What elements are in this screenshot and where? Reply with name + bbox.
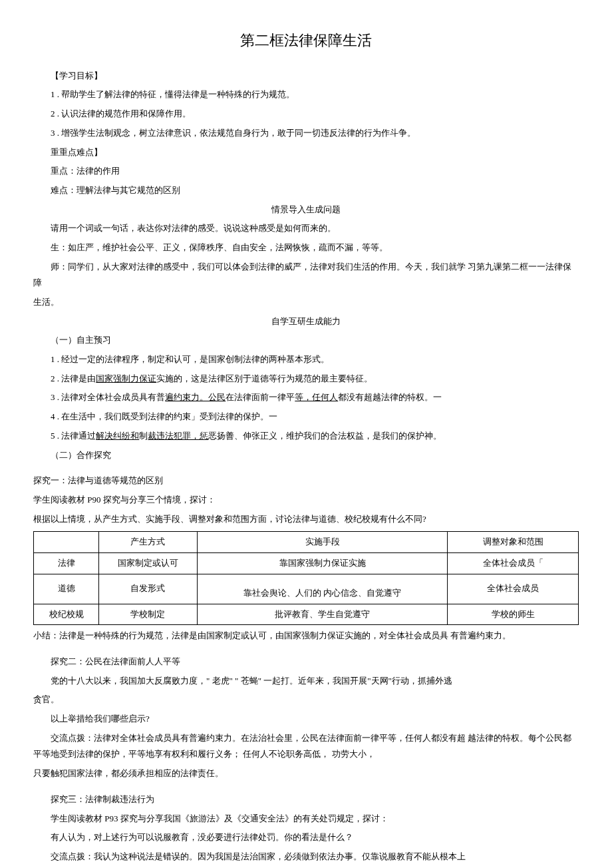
scene-text: 请用一个词或一句话，表达你对法律的感受。说说这种感受是如何而来的。 xyxy=(33,220,579,237)
inquiry-text: 以上举措给我们哪些启示? xyxy=(33,711,579,728)
underlined-text: 遍约束力。公民 xyxy=(165,392,226,402)
text-run: 5 . 法律通过 xyxy=(51,431,96,441)
inquiry-text: 学生阅读教材 P90 探究与分享三个情境，探讨： xyxy=(33,492,579,509)
table-row: 产生方式 实施手段 调整对象和范围 xyxy=(34,532,579,553)
comparison-table: 产生方式 实施手段 调整对象和范围 法律 国家制定或认可 靠国家强制力保证实施 … xyxy=(33,531,579,625)
inquiry-text: 根据以上情境，从产生方式、实施手段、调整对象和范围方面，讨论法律与道德、校纪校规… xyxy=(33,511,579,528)
table-cell: 道德 xyxy=(34,574,99,604)
scene-text: 生：如庄严，维护社会公平、正义，保障秩序、自由安全，法网恢恢，疏而不漏，等等。 xyxy=(33,240,579,256)
subsection-heading: （一）自主预习 xyxy=(33,332,579,349)
table-header: 产生方式 xyxy=(99,532,197,553)
table-cell: 靠社会舆论、人们的 内心信念、自觉遵守 xyxy=(197,574,448,604)
inquiry-heading: 探究三：法律制裁违法行为 xyxy=(33,791,579,808)
text-run: 在法律面前一律平 xyxy=(226,392,295,402)
table-cell: 学校制定 xyxy=(99,604,197,625)
inquiry-heading: 探究二：公民在法律面前人人平等 xyxy=(33,654,579,670)
table-cell: 自发形式 xyxy=(99,574,197,604)
table-cell: 全体社会成员「 xyxy=(448,552,579,574)
text-run: 制 xyxy=(139,431,148,441)
text-run: 都没有超越法律的特权。一 xyxy=(338,392,442,402)
table-cell: 靠国家强制力保证实施 xyxy=(197,552,448,574)
table-cell: 批评教育、学生自觉遵守 xyxy=(197,604,448,625)
table-cell: 校纪校规 xyxy=(34,604,99,625)
underlined-text: 国家强制力保证 xyxy=(96,373,156,383)
selfstudy-item: 5 . 法律通过解决纠纷和制裁违法犯罪，惩恶扬善、伸张正义，维护我们的合法权益，… xyxy=(33,428,579,445)
subsection-heading: （二）合作探究 xyxy=(33,447,579,464)
text-run: 2 . 法律是由 xyxy=(51,373,96,383)
scene-text: 生活。 xyxy=(33,294,579,311)
table-row: 法律 国家制定或认可 靠国家强制力保证实施 全体社会成员「 xyxy=(34,552,579,574)
scene-heading: 情景导入生成问题 xyxy=(33,202,579,218)
table-row: 校纪校规 学校制定 批评教育、学生自觉遵守 学校的师生 xyxy=(34,604,579,625)
objective-item: 3 . 增强学生法制观念，树立法律意识，依法规范自身行为，敢于同一切违反法律的行… xyxy=(33,125,579,142)
table-cell: 全体社会成员 xyxy=(448,574,579,604)
objective-item: 2 . 认识法律的规范作用和保障作用。 xyxy=(33,106,579,122)
selfstudy-item: 2 . 法律是由国家强制力保证实施的，这是法律区别于道德等行为规范的最主要特征。 xyxy=(33,371,579,387)
inquiry-text: 交流点拨：我认为这种说法是错误的。因为我国是法治国家，必须做到依法办事。仅靠说服… xyxy=(33,849,579,865)
inquiry-heading: 探究一：法律与道德等规范的区别 xyxy=(33,473,579,489)
scene-text: 师：同学们，从大家对法律的感受中，我们可以体会到法律的威严，法律对我们生活的作用… xyxy=(33,259,579,292)
table-header: 实施手段 xyxy=(197,532,448,553)
underlined-text: 解决纠纷和 xyxy=(96,431,139,441)
objective-item: 1 . 帮助学生了解法律的特征，懂得法律是一种特殊的行为规范。 xyxy=(33,87,579,103)
text-run: 恶扬善、伸张正义，维护我们的合法权益，是我们的保护神。 xyxy=(208,431,442,441)
table-header: 调整对象和范围 xyxy=(448,532,579,553)
key-point: 重点：法律的作用 xyxy=(33,163,579,180)
inquiry-text: 只要触犯国家法律，都必须承担相应的法律责任。 xyxy=(33,765,579,782)
difficult-point: 难点：理解法律与其它规范的区别 xyxy=(33,182,579,199)
inquiry-text: 交流点拨：法律对全体社会成员具有普遍约束力。在法治社会里，公民在法律面前一律平等… xyxy=(33,730,579,763)
inquiry-text: 贪官。 xyxy=(33,692,579,708)
table-cell: 学校的师生 xyxy=(448,604,579,625)
underlined-text: 裁违法犯罪，惩 xyxy=(148,431,208,441)
selfstudy-item: 3 . 法律对全体社会成员具有普遍约束力。公民在法律面前一律平等，任何人都没有超… xyxy=(33,389,579,406)
inquiry-text: 学生阅读教材 P93 探究与分享我国《旅游法》及《交通安全法》的有关处罚规定，探… xyxy=(33,811,579,827)
table-cell: 国家制定或认可 xyxy=(99,552,197,574)
text-run: 3 . 法律对全体社会成员具有普 xyxy=(51,392,165,402)
selfstudy-item: 1 . 经过一定的法律程序，制定和认可，是国家创制法律的两种基本形式。 xyxy=(33,351,579,368)
page-title: 第二框法律保障生活 xyxy=(33,27,579,55)
table-header xyxy=(34,532,99,553)
key-difficult-heading: 重重点难点】 xyxy=(33,144,579,161)
table-row: 道德 自发形式 靠社会舆论、人们的 内心信念、自觉遵守 全体社会成员 xyxy=(34,574,579,604)
underlined-text: 等，任何人 xyxy=(295,392,338,402)
objectives-heading: 【学习目标】 xyxy=(33,68,579,85)
inquiry-text: 党的十八大以来，我国加大反腐败力度，" 老虎" " 苍蝇" 一起打。近年来，我国… xyxy=(33,673,579,690)
table-cell: 法律 xyxy=(34,552,99,574)
inquiry-text: 有人认为，对上述行为可以说服教育，没必要进行法律处罚。你的看法是什么？ xyxy=(33,829,579,846)
summary-text: 小结：法律是一种特殊的行为规范，法律是由国家制定或认可，由国家强制力保证实施的，… xyxy=(33,628,579,644)
selfstudy-item: 4 . 在生活中，我们既受到法律的约束」受到法律的保护。一 xyxy=(33,409,579,425)
text-run: 实施的，这是法律区别于道德等行为规范的最主要特征。 xyxy=(156,373,373,383)
selfstudy-heading: 自学互研生成能力 xyxy=(33,314,579,330)
